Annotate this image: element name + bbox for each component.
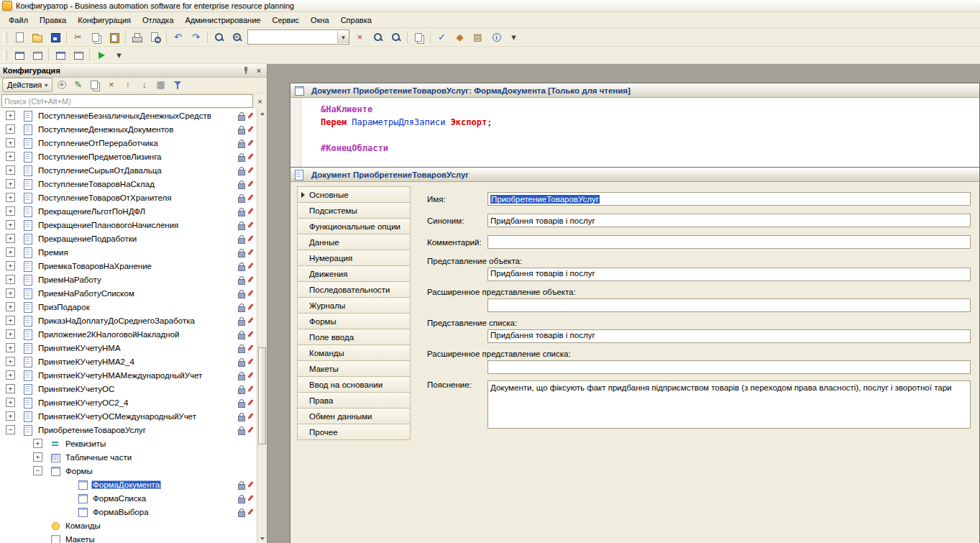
tree-item[interactable]: +Приложение2КНалоговойНакладной [0,327,257,341]
properties-tab[interactable]: Последовательности [297,281,411,298]
tree-item[interactable]: +ПризПодарок [0,300,257,314]
toolbar-grip[interactable] [4,32,7,43]
tree-item[interactable]: +ПоступлениеДенежныхДокументов [0,122,257,136]
configuration-panel-header[interactable]: Конфигурация × [0,64,267,78]
code-window-titlebar[interactable]: Документ ПриобретениеТоваровУслуг: Форма… [290,83,979,98]
expander-icon[interactable]: + [6,329,15,339]
tree-item[interactable]: +ПоступлениеТоваровНаСклад [0,177,257,191]
tree-item[interactable]: +Команды [0,519,257,532]
cut-button[interactable]: ✂ [69,29,87,45]
tree-item[interactable]: +ПоступлениеСырьяОтДавальца [0,163,257,177]
tree-item[interactable]: −Формы [0,464,257,478]
add-button[interactable] [54,78,69,92]
name-input[interactable]: ПриобретениеТоваровУслуг [487,192,971,206]
tree-item[interactable]: +ПринятиеКУчетуОС [0,382,257,396]
copy-button[interactable] [87,29,105,45]
expander-icon[interactable]: + [6,261,15,270]
object-repr-input[interactable]: Придбання товарів і послуг [487,268,971,281]
debugging-options-button[interactable]: ▾ [110,47,128,63]
find-and-replace-button[interactable] [228,29,246,45]
properties-tab[interactable]: Команды [297,344,411,361]
menu-item[interactable]: Администрирование [180,14,267,27]
tree-item[interactable]: +ПриемНаРаботуСписком [0,286,257,300]
syntax-check-button[interactable]: ✓ [433,29,451,45]
toolbar-grip[interactable] [4,50,7,61]
tree-item[interactable]: +ПрекращениеЛьготПоНДФЛ [0,204,257,218]
database-configuration-button[interactable] [51,47,69,63]
menu-item[interactable]: Конфигурация [72,14,137,27]
search-input[interactable] [1,94,253,108]
find-button[interactable] [210,29,228,45]
paste-button[interactable] [105,29,123,45]
properties-tab[interactable]: Нумерация [297,250,411,266]
new-document-button[interactable] [10,29,28,45]
ext-list-repr-input[interactable] [487,360,971,374]
copy-item-button[interactable] [87,78,102,92]
scroll-down-icon[interactable] [257,534,267,543]
properties-tab[interactable]: Движения [297,265,411,282]
code-editor[interactable]: &НаКлиентеПерем ПараметрыДляЗаписи Экспо… [290,98,979,168]
expander-icon[interactable]: + [33,452,42,462]
menu-item[interactable]: Справка [335,14,377,27]
tree-item[interactable]: +ПриказНаДоплатуДоСреднегоЗаработка [0,314,257,327]
tree-item[interactable]: +Премия [0,245,257,259]
tree-item[interactable]: +ПоступлениеБезналичныхДенежныхСредств [0,109,257,122]
expander-icon[interactable]: + [6,302,15,311]
expander-icon[interactable]: + [6,275,15,284]
expander-icon[interactable]: + [6,124,15,134]
undo-button[interactable]: ↶ [169,29,187,45]
menu-item[interactable]: Файл [3,14,34,27]
tree-item[interactable]: +ПринятиеКУчетуНМАМеждународныйУчет [0,368,257,382]
tree-item[interactable]: +ПринятиеКУчетуНМА2_4 [0,355,257,368]
properties-window-titlebar[interactable]: Документ ПриобретениеТоваровУслуг [290,168,979,182]
expander-icon[interactable]: + [6,111,15,120]
open-document-button[interactable] [28,29,46,45]
pin-icon[interactable] [241,65,251,76]
edit-button[interactable]: ✎ [70,78,86,92]
expander-icon[interactable]: + [6,288,15,298]
tree-item[interactable]: +Макеты [0,532,257,543]
properties-tab[interactable]: Журналы [297,297,411,314]
expander-icon[interactable]: + [6,398,15,407]
help-contents-button[interactable]: ▤ [469,29,487,45]
properties-tab[interactable]: Права [297,392,411,409]
close-icon[interactable]: × [254,65,264,76]
properties-tab[interactable]: Поле ввода [297,329,411,345]
properties-tab[interactable]: Основные [297,186,411,203]
expander-icon[interactable]: + [6,316,15,325]
save-button[interactable] [46,29,64,45]
search-back-button[interactable] [369,29,387,45]
tree-item[interactable]: +Табличные части [0,450,257,464]
expander-icon[interactable]: − [33,466,42,475]
move-down-button[interactable]: ↓ [137,78,152,92]
expander-icon[interactable]: + [6,220,15,229]
expander-icon[interactable]: + [6,357,15,366]
tree-item[interactable]: −ПриобретениеТоваровУслуг [0,423,257,437]
quick-search-combobox[interactable]: ▾ [247,29,349,45]
about-button[interactable] [487,29,505,45]
comment-input[interactable] [487,235,971,249]
expander-icon[interactable]: + [6,411,15,421]
configuration-store-button[interactable] [28,47,46,63]
properties-tab[interactable]: Функциональные опции [297,218,411,234]
delete-button[interactable]: × [104,78,119,92]
tree-item[interactable]: +ПринятиеКУчетуОСМеждународныйУчет [0,409,257,423]
open-configuration-button[interactable] [10,47,28,63]
tree-item[interactable]: +ФормаСписка [0,491,257,505]
ext-object-repr-input[interactable] [487,298,971,312]
search-forward-button[interactable] [387,29,405,45]
compare-configurations-button[interactable] [69,47,87,63]
tree-item[interactable]: +ПоступлениеТоваровОтХранителя [0,191,257,204]
menu-item[interactable]: Сервис [266,14,305,27]
properties-tab[interactable]: Макеты [297,360,411,377]
actions-menu-button[interactable]: Действия ▾ [2,78,52,92]
redo-button[interactable]: ↷ [187,29,205,45]
tree-item[interactable]: +ПрекращениеПлановогоНачисления [0,218,257,232]
tree-item[interactable]: +ПоступлениеОтПереработчика [0,136,257,150]
tree-item[interactable]: +ПринятиеКУчетуНМА [0,341,257,355]
expander-icon[interactable]: + [6,179,15,188]
move-up-button[interactable]: ↑ [120,78,135,92]
expander-icon[interactable]: + [6,206,15,216]
properties-tab[interactable]: Обмен данными [297,408,411,424]
expander-icon[interactable]: + [6,234,15,243]
